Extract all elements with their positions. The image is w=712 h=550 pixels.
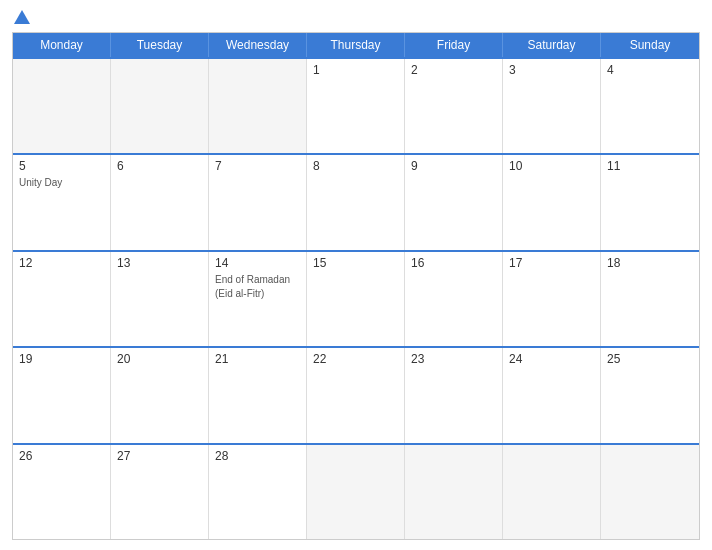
day-cell: 7 [209, 155, 307, 249]
logo [12, 10, 30, 26]
day-number: 28 [215, 449, 300, 463]
day-cell: 24 [503, 348, 601, 442]
holiday-label: Unity Day [19, 177, 62, 188]
day-cell: 19 [13, 348, 111, 442]
day-cell: 2 [405, 59, 503, 153]
day-number: 12 [19, 256, 104, 270]
day-number: 5 [19, 159, 104, 173]
day-number: 16 [411, 256, 496, 270]
day-cell: 22 [307, 348, 405, 442]
weeks-container: 12345Unity Day67891011121314End of Ramad… [13, 57, 699, 539]
day-header-saturday: Saturday [503, 33, 601, 57]
day-number: 18 [607, 256, 693, 270]
day-number: 22 [313, 352, 398, 366]
day-cell [209, 59, 307, 153]
day-cell: 3 [503, 59, 601, 153]
day-cell [601, 445, 699, 539]
day-number: 15 [313, 256, 398, 270]
day-number: 25 [607, 352, 693, 366]
day-cell: 15 [307, 252, 405, 346]
day-number: 11 [607, 159, 693, 173]
week-row-4: 262728 [13, 443, 699, 539]
calendar: MondayTuesdayWednesdayThursdayFridaySatu… [12, 32, 700, 540]
day-cell: 13 [111, 252, 209, 346]
day-number: 4 [607, 63, 693, 77]
day-cell: 25 [601, 348, 699, 442]
day-cell: 4 [601, 59, 699, 153]
day-number: 27 [117, 449, 202, 463]
day-cell [405, 445, 503, 539]
day-cell: 14End of Ramadan (Eid al-Fitr) [209, 252, 307, 346]
day-cell [307, 445, 405, 539]
day-cell: 16 [405, 252, 503, 346]
day-header-tuesday: Tuesday [111, 33, 209, 57]
day-cell: 12 [13, 252, 111, 346]
logo-triangle-icon [14, 10, 30, 24]
day-number: 19 [19, 352, 104, 366]
day-number: 7 [215, 159, 300, 173]
day-header-monday: Monday [13, 33, 111, 57]
page: MondayTuesdayWednesdayThursdayFridaySatu… [0, 0, 712, 550]
day-headers-row: MondayTuesdayWednesdayThursdayFridaySatu… [13, 33, 699, 57]
day-number: 8 [313, 159, 398, 173]
day-number: 17 [509, 256, 594, 270]
day-number: 9 [411, 159, 496, 173]
day-number: 23 [411, 352, 496, 366]
day-cell: 23 [405, 348, 503, 442]
day-header-thursday: Thursday [307, 33, 405, 57]
day-cell: 20 [111, 348, 209, 442]
day-cell [13, 59, 111, 153]
day-cell: 26 [13, 445, 111, 539]
day-number: 14 [215, 256, 300, 270]
day-number: 3 [509, 63, 594, 77]
day-number: 6 [117, 159, 202, 173]
day-header-wednesday: Wednesday [209, 33, 307, 57]
day-cell: 9 [405, 155, 503, 249]
day-cell: 28 [209, 445, 307, 539]
day-number: 24 [509, 352, 594, 366]
day-number: 2 [411, 63, 496, 77]
day-cell: 17 [503, 252, 601, 346]
day-cell: 10 [503, 155, 601, 249]
day-number: 20 [117, 352, 202, 366]
week-row-3: 19202122232425 [13, 346, 699, 442]
day-header-sunday: Sunday [601, 33, 699, 57]
day-number: 21 [215, 352, 300, 366]
week-row-2: 121314End of Ramadan (Eid al-Fitr)151617… [13, 250, 699, 346]
day-cell [503, 445, 601, 539]
day-number: 26 [19, 449, 104, 463]
day-cell: 11 [601, 155, 699, 249]
day-cell: 21 [209, 348, 307, 442]
day-header-friday: Friday [405, 33, 503, 57]
day-cell: 8 [307, 155, 405, 249]
day-number: 10 [509, 159, 594, 173]
day-cell: 27 [111, 445, 209, 539]
day-number: 1 [313, 63, 398, 77]
week-row-0: 1234 [13, 57, 699, 153]
day-cell: 6 [111, 155, 209, 249]
holiday-label: End of Ramadan (Eid al-Fitr) [215, 274, 290, 299]
day-number: 13 [117, 256, 202, 270]
day-cell: 18 [601, 252, 699, 346]
header [12, 10, 700, 26]
day-cell: 5Unity Day [13, 155, 111, 249]
week-row-1: 5Unity Day67891011 [13, 153, 699, 249]
day-cell: 1 [307, 59, 405, 153]
day-cell [111, 59, 209, 153]
